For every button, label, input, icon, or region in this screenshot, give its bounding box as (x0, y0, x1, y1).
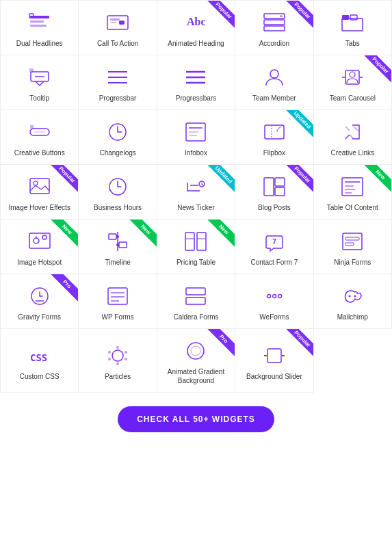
svg-rect-5 (110, 18, 120, 21)
widget-item-image-hover-effects[interactable]: PopularImage Hover Effects (1, 165, 79, 220)
widget-item-animated-heading[interactable]: PopularAbcAnimated Heading (157, 1, 235, 55)
wp-forms-label: WP Forms (102, 313, 134, 321)
caldera-forms-icon (183, 284, 208, 308)
widget-item-ninja-forms[interactable]: Ninja Forms (314, 220, 392, 274)
svg-rect-67 (345, 237, 359, 240)
svg-rect-2 (30, 25, 47, 27)
accordion-label: Accordion (259, 39, 289, 48)
widget-item-table-of-content[interactable]: NewTable Of Content (314, 165, 392, 220)
custom-css-label: Custom CSS (20, 372, 60, 381)
changelogs-label: Changelogs (99, 148, 135, 157)
team-member-label: Team Member (252, 94, 296, 103)
timeline-label: Timeline (105, 258, 130, 267)
widget-item-animated-gradient-background[interactable]: ProAnimated Gradient Background (157, 329, 235, 393)
widget-item-blog-posts[interactable]: PopularBlog Posts (235, 165, 313, 220)
widget-item-creative-links[interactable]: Creative Links (314, 110, 392, 165)
widget-item-news-ticker[interactable]: UpdatedNews Ticker (157, 165, 235, 220)
svg-point-78 (278, 295, 281, 298)
badge-new: New (199, 220, 235, 255)
widget-item-changelogs[interactable]: Changelogs (79, 110, 157, 165)
check-all-section: CHECK ALL 50+ WIDGETS (0, 393, 392, 449)
svg-rect-66 (343, 233, 362, 250)
svg-rect-7 (119, 21, 125, 25)
caldera-forms-label: Caldera Forms (173, 313, 218, 321)
dual-headlines-label: Dual Headlines (16, 39, 63, 48)
badge-new: New (356, 165, 391, 200)
badge-updated: Updated (199, 165, 235, 200)
creative-links-label: Creative Links (331, 148, 374, 157)
widget-item-creative-buttons[interactable]: Creative Buttons (1, 110, 79, 165)
wp-forms-icon (105, 284, 130, 308)
image-hotspot-label: Image Hotspot (17, 258, 62, 267)
animated-heading-label: Animated Heading (168, 39, 224, 48)
widget-item-call-to-action[interactable]: Call To Action (79, 1, 157, 55)
widget-item-wp-forms[interactable]: WP Forms (79, 274, 157, 329)
svg-point-85 (125, 358, 127, 360)
progressbars-icon (183, 65, 208, 90)
badge-pro: Pro (199, 329, 235, 365)
widget-item-progressbars[interactable]: Progressbars (157, 55, 235, 110)
widget-item-dual-headlines[interactable]: Dual Headlines (1, 1, 79, 55)
business-hours-label: Business Hours (94, 203, 142, 212)
svg-point-86 (116, 362, 119, 365)
widget-item-team-member[interactable]: Team Member (235, 55, 313, 110)
widget-item-accordion[interactable]: PopularAccordion (235, 1, 313, 55)
svg-rect-1 (30, 21, 44, 23)
check-all-button[interactable]: CHECK ALL 50+ WIDGETS (118, 406, 274, 432)
widget-item-infobox[interactable]: Infobox (157, 110, 235, 165)
widget-item-contact-form-7[interactable]: 7Contact Form 7 (235, 220, 313, 274)
creative-buttons-label: Creative Buttons (14, 148, 65, 157)
call-to-action-label: Call To Action (97, 39, 138, 48)
widget-item-progressbar[interactable]: Progressbar (79, 55, 157, 110)
flipbox-label: Flipbox (263, 148, 285, 157)
widget-item-team-carousel[interactable]: PopularTeam Carousel (314, 55, 392, 110)
badge-new: New (121, 220, 157, 255)
widget-item-caldera-forms[interactable]: Caldera Forms (157, 274, 235, 329)
svg-point-76 (267, 295, 270, 298)
contact-form-7-icon: 7 (262, 229, 287, 254)
svg-point-82 (112, 350, 123, 361)
particles-icon (105, 343, 130, 368)
widget-item-tooltip[interactable]: Tooltip (1, 55, 79, 110)
svg-point-58 (116, 235, 119, 238)
widget-item-custom-css[interactable]: CSSCustom CSS (1, 329, 79, 393)
svg-rect-31 (30, 125, 34, 129)
svg-point-87 (108, 358, 111, 360)
widget-item-flipbox[interactable]: UpdatedFlipbox (235, 110, 313, 165)
svg-point-79 (349, 295, 351, 298)
widget-item-image-hotspot[interactable]: NewImage Hotspot (1, 220, 79, 274)
gravity-forms-label: Gravity Forms (18, 313, 61, 321)
progressbar-icon (105, 65, 130, 90)
widget-item-gravity-forms[interactable]: ProGravity Forms (1, 274, 79, 329)
badge-popular: Popular (199, 1, 235, 36)
widget-item-tabs[interactable]: Tabs (314, 1, 392, 55)
svg-text:7: 7 (272, 237, 276, 246)
widget-item-business-hours[interactable]: Business Hours (79, 165, 157, 220)
svg-rect-14 (342, 15, 349, 20)
image-hover-effects-label: Image Hover Effects (8, 203, 70, 212)
progressbar-label: Progressbar (99, 94, 136, 103)
widget-item-weforms[interactable]: WeForms (235, 274, 313, 329)
svg-point-60 (116, 243, 119, 246)
creative-links-icon (340, 120, 365, 144)
widget-item-pricing-table[interactable]: NewPricing Table (157, 220, 235, 274)
pricing-table-label: Pricing Table (177, 258, 215, 267)
svg-point-29 (350, 72, 355, 77)
badge-updated: Updated (278, 110, 313, 146)
svg-rect-61 (185, 233, 194, 250)
widget-item-background-slider[interactable]: PopularBackground Slider (235, 329, 313, 393)
svg-rect-75 (186, 298, 205, 304)
widget-item-mailchimp[interactable]: Mailchimp (314, 274, 392, 329)
svg-rect-70 (108, 288, 127, 304)
widget-item-particles[interactable]: Particles (79, 329, 157, 393)
dual-headlines-icon (27, 10, 52, 35)
widget-item-timeline[interactable]: NewTimeline (79, 220, 157, 274)
badge-popular: Popular (278, 329, 313, 365)
weforms-icon (262, 284, 287, 308)
particles-label: Particles (105, 372, 131, 381)
svg-rect-57 (109, 234, 116, 239)
creative-buttons-icon (27, 120, 52, 144)
tooltip-icon (27, 65, 52, 90)
background-slider-label: Background Slider (246, 372, 302, 381)
svg-rect-6 (110, 22, 117, 23)
